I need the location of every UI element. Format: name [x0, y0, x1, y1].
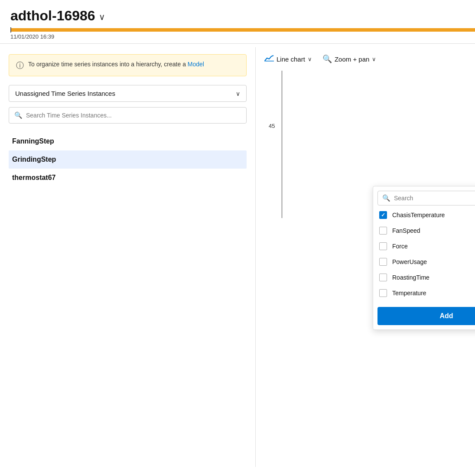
chart-y-axis	[282, 71, 282, 218]
popup-item-force[interactable]: Force #	[373, 238, 475, 254]
timeline-date: 11/01/2020 16:39	[10, 32, 475, 40]
left-panel: ⓘ To organize time series instances into…	[0, 47, 256, 467]
search-icon: 🔍	[14, 111, 23, 119]
chart-y-label: 45	[269, 123, 275, 129]
dropdown-chevron-icon: ∨	[236, 90, 240, 97]
series-list: FanningStep GrindingStep thermostat67	[9, 132, 247, 187]
list-item[interactable]: FanningStep	[9, 132, 247, 150]
popup-item-roasting-time[interactable]: RoastingTime #	[373, 270, 475, 285]
list-item-selected[interactable]: GrindingStep	[9, 150, 247, 169]
popup-item-label: RoastingTime	[392, 274, 475, 281]
main-layout: ⓘ To organize time series instances into…	[0, 47, 475, 467]
popup-item-power-usage[interactable]: PowerUsage #	[373, 254, 475, 270]
popup-item-temperature[interactable]: Temperature #	[373, 285, 475, 301]
checkbox-chasis-temperature[interactable]	[379, 211, 387, 219]
zoom-pan-label: Zoom + pan	[335, 55, 369, 63]
popup-search-input[interactable]	[394, 195, 475, 202]
checkbox-fan-speed[interactable]	[379, 227, 387, 235]
add-button[interactable]: Add	[377, 307, 475, 325]
info-banner: ⓘ To organize time series instances into…	[9, 54, 247, 76]
line-chart-label: Line chart	[277, 55, 305, 63]
checkbox-temperature[interactable]	[379, 289, 387, 297]
right-panel: Line chart ∨ 🔍 Zoom + pan ∨ 45 🔍	[256, 47, 475, 467]
zoom-icon: 🔍	[322, 54, 332, 64]
popup-item-label: Temperature	[392, 290, 475, 297]
search-input[interactable]	[26, 112, 241, 119]
zoom-pan-chevron-icon: ∨	[372, 56, 376, 62]
info-icon: ⓘ	[16, 60, 24, 71]
model-link[interactable]: Model	[188, 61, 204, 68]
popup-item-label: PowerUsage	[392, 258, 475, 265]
popup-item-fan-speed[interactable]: FanSpeed #	[373, 223, 475, 238]
line-chart-chevron-icon: ∨	[308, 56, 312, 62]
popup-variable-list: ChasisTemperature # FanSpeed # Force # P…	[373, 205, 475, 303]
divider	[0, 43, 475, 44]
checkbox-roasting-time[interactable]	[379, 274, 387, 281]
page-title: adthol-16986	[10, 8, 95, 24]
title-chevron-icon[interactable]: ∨	[99, 12, 105, 22]
line-chart-icon	[264, 55, 274, 64]
dropdown-label: Unassigned Time Series Instances	[15, 90, 115, 97]
timeline-bar[interactable]	[10, 28, 475, 32]
chart-toolbar: Line chart ∨ 🔍 Zoom + pan ∨	[264, 54, 466, 64]
checkbox-power-usage[interactable]	[379, 258, 387, 266]
popup-item-label: ChasisTemperature	[392, 212, 475, 218]
timeline-container: 11/01/2020 16:39	[0, 28, 475, 40]
list-item[interactable]: thermostat67	[9, 169, 247, 187]
svg-rect-0	[264, 61, 274, 62]
header: adthol-16986 ∨	[0, 0, 475, 28]
popup-item-label: FanSpeed	[392, 227, 475, 234]
line-chart-button[interactable]: Line chart ∨	[264, 55, 312, 64]
checkbox-force[interactable]	[379, 242, 387, 250]
popup-search-container: 🔍	[377, 191, 475, 205]
popup-search-icon: 🔍	[382, 194, 390, 202]
series-dropdown[interactable]: Unassigned Time Series Instances ∨	[9, 85, 247, 102]
popup-item-chasis-temperature[interactable]: ChasisTemperature #	[373, 207, 475, 223]
timeline-fill	[11, 28, 475, 32]
search-container: 🔍	[9, 107, 247, 124]
variable-picker-popup: 🔍 ChasisTemperature # FanSpeed # Forc	[373, 186, 475, 330]
info-text: To organize time series instances into a…	[28, 60, 204, 69]
zoom-pan-button[interactable]: 🔍 Zoom + pan ∨	[322, 54, 376, 64]
popup-item-label: Force	[392, 243, 475, 250]
